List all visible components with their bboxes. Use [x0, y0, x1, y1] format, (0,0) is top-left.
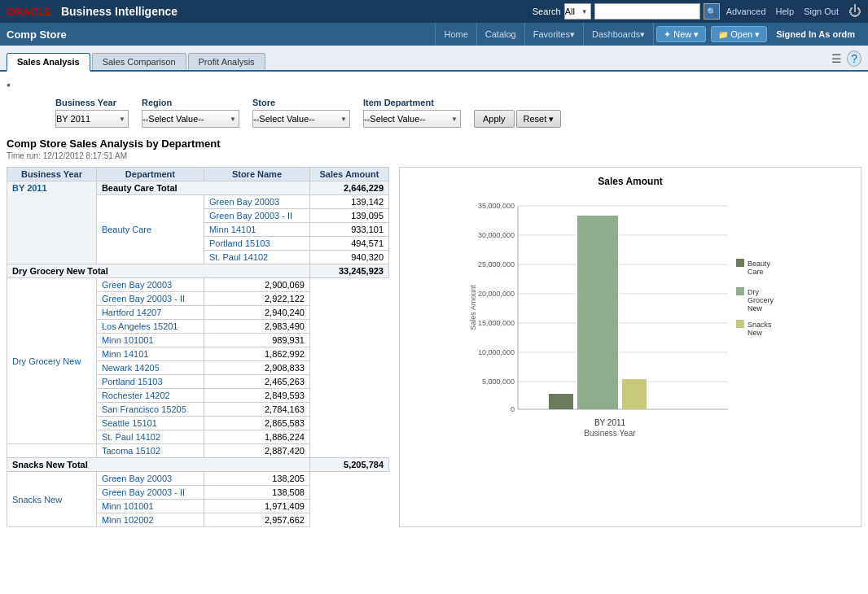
catalog-link[interactable]: Catalog [477, 23, 525, 46]
store-cell: Seattle 15101 [96, 417, 204, 430]
search-area: Search All 🔍 [533, 3, 720, 20]
amount-cell: 2,784,163 [204, 403, 309, 417]
folder-icon: 📁 [718, 30, 728, 39]
legend-snacks-label: Snacks [747, 321, 772, 329]
subtotal-amount: 2,646,229 [309, 181, 388, 195]
amount-cell: 989,931 [204, 334, 309, 347]
signed-in-area: Signed In As ordm [769, 29, 861, 39]
amount-cell: 494,571 [309, 237, 388, 251]
store-cell: Tacoma 15102 [96, 444, 204, 458]
amount-cell: 2,849,593 [204, 389, 309, 403]
filter-toggle-icon[interactable]: ▪ [7, 78, 861, 91]
app-title: Comp Store [7, 28, 67, 41]
col-business-year: Business Year [7, 168, 97, 181]
amount-cell: 2,957,662 [204, 513, 309, 527]
dashboards-link[interactable]: Dashboards ▾ [584, 23, 654, 46]
favorites-arrow: ▾ [570, 29, 575, 40]
svg-text:35,000,000: 35,000,000 [478, 202, 515, 210]
main-content: ▪ Business Year BY 2011 Region --Select … [0, 72, 868, 534]
new-label: New [673, 29, 691, 39]
search-scope-select[interactable]: All [564, 3, 591, 20]
open-label: Open [730, 29, 752, 39]
subtotal-amount: 5,205,784 [309, 458, 388, 472]
store-cell: St. Paul 14102 [96, 430, 204, 444]
amount-cell: 933,101 [309, 223, 388, 237]
store-cell: Portland 15103 [204, 237, 309, 251]
view-icon[interactable]: ☰ [831, 52, 842, 65]
search-input[interactable] [594, 3, 700, 20]
legend-dry-grocery-swatch [736, 287, 744, 295]
home-link[interactable]: Home [435, 23, 476, 46]
dashboards-arrow: ▾ [640, 29, 645, 40]
subtotal-amount: 33,245,923 [309, 264, 388, 278]
open-arrow: ▾ [755, 29, 760, 40]
legend-dry-grocery-label: Dry [747, 288, 759, 296]
region-label: Region [142, 98, 239, 107]
amount-cell: 2,900,069 [204, 278, 309, 292]
x-axis-label: Business Year [584, 429, 636, 438]
new-button[interactable]: ✦ New ▾ [656, 26, 706, 42]
legend-beauty-care-swatch [736, 259, 744, 267]
sales-table-container: Business Year Department Store Name Sale… [7, 167, 389, 527]
amount-cell: 2,908,833 [204, 361, 309, 375]
main-nav-links: Home Catalog Favorites ▾ Dashboards ▾ ✦ … [435, 23, 861, 46]
tab-profit-analysis[interactable]: Profit Analysis [188, 53, 265, 70]
amount-cell: 139,142 [309, 195, 388, 209]
content-split: Business Year Department Store Name Sale… [7, 167, 861, 527]
amount-cell: 2,940,240 [204, 306, 309, 320]
store-select[interactable]: --Select Value-- [252, 110, 350, 128]
reset-arrow: ▾ [549, 114, 554, 124]
business-year-select[interactable]: BY 2011 [55, 110, 129, 128]
reset-label: Reset [524, 114, 547, 124]
chart-title: Sales Amount [408, 176, 853, 187]
reset-button[interactable]: Reset ▾ [516, 110, 562, 128]
legend-dry-grocery-label3: New [747, 304, 763, 312]
help-link[interactable]: Help [776, 7, 795, 16]
item-dept-select[interactable]: --Select Value-- [363, 110, 461, 128]
amount-cell: 940,320 [309, 251, 388, 264]
help-icon[interactable]: ? [847, 50, 861, 67]
advanced-link[interactable]: Advanced [726, 7, 766, 16]
subtotal-label: Dry Grocery New Total [7, 264, 310, 278]
tab-sales-comparison[interactable]: Sales Comparison [92, 53, 186, 70]
new-icon: ✦ [664, 29, 671, 40]
item-dept-filter: Item Department --Select Value-- [363, 98, 461, 128]
region-select[interactable]: --Select Value-- [142, 110, 239, 128]
svg-text:0: 0 [511, 405, 515, 413]
favorites-link[interactable]: Favorites ▾ [525, 23, 584, 46]
col-sales-amount: Sales Amount [309, 168, 388, 181]
open-button[interactable]: 📁 Open ▾ [711, 26, 767, 42]
store-cell: Minn 14101 [204, 223, 309, 237]
apply-button[interactable]: Apply [474, 110, 515, 128]
time-run: Time run: 12/12/2012 8:17:51 AM [7, 151, 861, 160]
second-nav-bar: Comp Store Home Catalog Favorites ▾ Dash… [0, 23, 868, 46]
top-nav-bar: ORACLE Business Intelligence Search All … [0, 0, 868, 23]
amount-cell: 1,971,409 [204, 500, 309, 513]
search-button[interactable]: 🔍 [704, 3, 720, 20]
store-cell: Hartford 14207 [96, 306, 204, 320]
table-row: Snacks New Green Bay 20003 138,205 [7, 472, 389, 486]
dashboards-label: Dashboards [592, 29, 640, 39]
new-arrow: ▾ [694, 29, 699, 40]
tab-sales-analysis[interactable]: Sales Analysis [7, 53, 90, 72]
bar-beauty-care [549, 394, 573, 409]
tabs-bar: Sales Analysis Sales Comparison Profit A… [0, 46, 868, 72]
signout-link[interactable]: Sign Out [804, 7, 839, 16]
amount-cell: 138,205 [204, 472, 309, 486]
legend-beauty-care-label: Beauty [747, 260, 771, 268]
store-cell: Newark 14205 [96, 361, 204, 375]
amount-cell: 1,862,992 [204, 347, 309, 361]
bar-dry-grocery [577, 216, 618, 409]
store-cell: Minn 101001 [96, 334, 204, 347]
svg-text:30,000,000: 30,000,000 [478, 231, 515, 239]
legend-beauty-care-label2: Care [747, 268, 764, 276]
search-label: Search [533, 7, 561, 16]
store-cell: Portland 15103 [96, 375, 204, 389]
oracle-logo: ORACLE [7, 6, 51, 18]
col-store-name: Store Name [204, 168, 309, 181]
tab-icons: ☰ ? [831, 50, 861, 70]
analysis-title: Comp Store Sales Analysis by Department [7, 138, 861, 150]
store-filter: Store --Select Value-- [252, 98, 350, 128]
dept-cell: Snacks New [7, 472, 97, 527]
store-cell: Green Bay 20003 - II [204, 209, 309, 223]
